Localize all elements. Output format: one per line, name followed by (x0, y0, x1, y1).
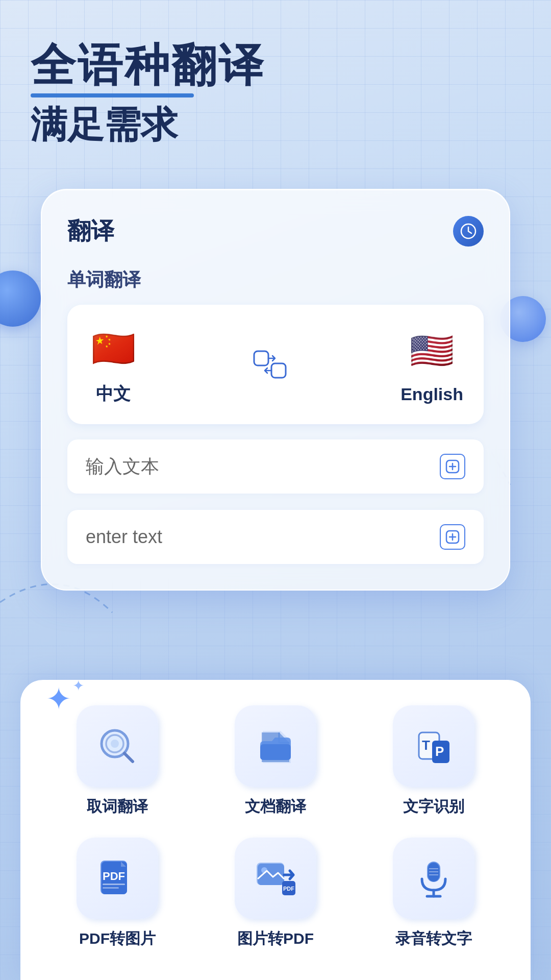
tool-img-to-pdf[interactable]: PDF 图片转PDF (204, 838, 347, 949)
target-flag: 🇺🇸 (407, 325, 458, 376)
sparkle-decoration (46, 684, 87, 725)
header-title-line2: 满足需求 (31, 103, 520, 146)
target-language-button[interactable]: 🇺🇸 English (400, 325, 463, 404)
svg-point-8 (111, 740, 119, 748)
word-translate-label: 单词翻译 (67, 267, 484, 292)
card-title: 翻译 (67, 215, 114, 247)
language-selector: 🇨🇳 中文 🇺🇸 English (67, 305, 484, 424)
tool-word-translate-label: 取词翻译 (87, 796, 148, 817)
tools-card: 取词翻译 文档翻译 (20, 680, 531, 980)
tool-audio-to-text-icon-wrap (393, 838, 474, 919)
svg-rect-2 (271, 363, 286, 378)
svg-text:P: P (435, 744, 444, 759)
tool-text-ocr-label: 文字识别 (403, 796, 464, 817)
history-button[interactable] (453, 216, 484, 247)
tool-img-to-pdf-label: 图片转PDF (237, 928, 314, 949)
source-lang-name: 中文 (96, 382, 131, 406)
source-language-button[interactable]: 🇨🇳 中文 (88, 323, 139, 406)
source-add-button[interactable] (440, 454, 465, 479)
tool-audio-to-text[interactable]: 录音转文字 (362, 838, 505, 949)
svg-rect-18 (103, 887, 119, 889)
target-input-placeholder: enter text (86, 526, 162, 548)
svg-rect-1 (254, 351, 268, 365)
card-header: 翻译 (67, 215, 484, 247)
tool-pdf-to-img[interactable]: PDF PDF转图片 (46, 838, 189, 949)
svg-rect-17 (103, 884, 125, 885)
target-add-button[interactable] (440, 524, 465, 550)
main-translation-card: 翻译 单词翻译 🇨🇳 中文 🇺🇸 (41, 189, 510, 591)
swap-languages-button[interactable] (249, 344, 290, 385)
header-section: 全语种翻译 满足需求 (0, 0, 551, 146)
header-underline (31, 93, 194, 97)
svg-text:PDF: PDF (103, 870, 125, 883)
tool-doc-translate[interactable]: 文档翻译 (204, 705, 347, 817)
svg-text:T: T (422, 738, 430, 753)
target-input-row: enter text (86, 524, 465, 550)
tool-text-ocr[interactable]: T P 文字识别 (362, 705, 505, 817)
svg-line-7 (124, 753, 133, 762)
tool-text-ocr-icon-wrap: T P (393, 705, 474, 787)
source-input-placeholder: 输入文本 (86, 454, 159, 479)
source-input-section: 输入文本 (67, 439, 484, 494)
tools-grid: 取词翻译 文档翻译 (46, 705, 505, 949)
header-title-line1: 全语种翻译 (31, 41, 520, 90)
tool-word-translate-icon-wrap (77, 705, 158, 787)
svg-text:PDF: PDF (283, 886, 294, 892)
tool-img-to-pdf-icon-wrap: PDF (235, 838, 316, 919)
tool-pdf-to-img-label: PDF转图片 (79, 928, 156, 949)
tool-doc-translate-icon-wrap (235, 705, 316, 787)
target-input-section: enter text (67, 510, 484, 564)
source-input-row: 输入文本 (86, 454, 465, 479)
tool-pdf-to-img-icon-wrap: PDF (77, 838, 158, 919)
target-lang-name: English (400, 384, 463, 404)
tool-doc-translate-label: 文档翻译 (245, 796, 306, 817)
tool-audio-to-text-label: 录音转文字 (395, 928, 472, 949)
source-flag: 🇨🇳 (88, 323, 139, 374)
